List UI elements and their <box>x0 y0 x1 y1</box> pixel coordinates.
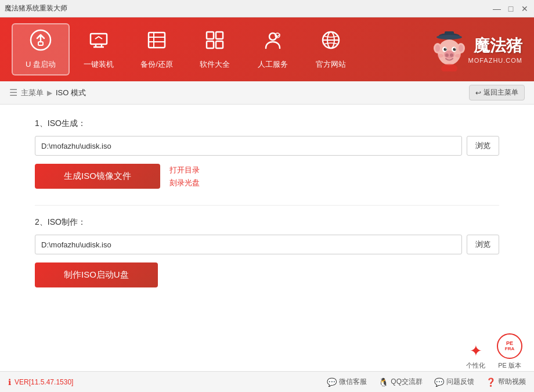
nav-item-backup[interactable]: 备份/还原 <box>128 23 186 75</box>
pe-version-label: PE 版本 <box>498 361 521 370</box>
close-button[interactable]: ✕ <box>520 4 529 13</box>
status-left: ℹ VER[11.5.47.1530] <box>8 377 73 387</box>
nav-item-one-click[interactable]: 一键装机 <box>70 23 128 75</box>
svg-rect-13 <box>216 41 223 48</box>
menu-icon: ☰ <box>9 87 17 98</box>
svg-point-30 <box>445 48 446 49</box>
svg-point-25 <box>435 45 440 52</box>
qq-icon: 🐧 <box>378 377 388 387</box>
svg-rect-12 <box>207 41 214 48</box>
logo-area: 魔法猪 MOFAZHU.COM <box>406 23 522 75</box>
section-iso-create: 2、ISO制作： 浏览 制作ISO启动U盘 <box>35 217 499 287</box>
section-iso-generate: 1、ISO生成： 浏览 生成ISO镜像文件 打开目录 刻录光盘 <box>35 118 499 189</box>
app-title: 魔法猪系统重装大师 <box>5 3 67 13</box>
open-directory-link[interactable]: 打开目录 <box>169 165 200 175</box>
help-video-button[interactable]: ❓ 帮助视频 <box>486 377 526 387</box>
qq-group-button[interactable]: 🐧 QQ交流群 <box>378 377 423 387</box>
mascot-image <box>431 28 468 71</box>
iso-generate-path-input[interactable] <box>35 136 462 156</box>
svg-point-22 <box>436 35 462 39</box>
section2-action-row: 制作ISO启动U盘 <box>35 262 499 287</box>
svg-rect-6 <box>149 33 165 48</box>
info-icon: ℹ <box>8 377 11 387</box>
wechat-icon: 💬 <box>327 377 337 387</box>
qq-label: QQ交流群 <box>391 377 423 387</box>
wechat-service-button[interactable]: 💬 微信客服 <box>327 377 367 387</box>
minimize-button[interactable]: — <box>492 4 501 13</box>
status-bar: ℹ VER[11.5.47.1530] 💬 微信客服 🐧 QQ交流群 💬 问题反… <box>0 371 534 392</box>
svg-point-27 <box>459 45 463 52</box>
header: U 盘启动 一键装机 <box>0 17 534 81</box>
nav-items: U 盘启动 一键装机 <box>12 23 406 75</box>
divider <box>35 205 499 206</box>
nav-label-one-click: 一键装机 <box>84 59 114 70</box>
status-right: 💬 微信客服 🐧 QQ交流群 💬 问题反馈 ❓ 帮助视频 <box>327 377 526 387</box>
svg-point-29 <box>443 48 446 51</box>
svg-rect-11 <box>216 32 223 39</box>
section1-links: 打开目录 刻录光盘 <box>169 165 200 188</box>
nav-label-usb-boot: U 盘启动 <box>26 59 56 70</box>
breadcrumb-bar: ☰ 主菜单 ▶ ISO 模式 ↩ 返回主菜单 <box>0 81 534 105</box>
feedback-button[interactable]: 💬 问题反馈 <box>434 377 474 387</box>
pe-version-button[interactable]: PE FRA PE 版本 <box>497 333 522 370</box>
nav-label-service: 人工服务 <box>258 59 288 70</box>
back-button[interactable]: ↩ 返回主菜单 <box>469 85 525 100</box>
help-label: 帮助视频 <box>498 377 526 387</box>
person-icon <box>262 29 284 56</box>
nav-item-software[interactable]: 软件大全 <box>186 23 244 75</box>
nav-label-backup: 备份/还原 <box>140 59 173 70</box>
logo-english-text: MOFAZHU.COM <box>468 57 523 64</box>
main-content: 1、ISO生成： 浏览 生成ISO镜像文件 打开目录 刻录光盘 2、ISO制作：… <box>0 105 534 372</box>
svg-point-35 <box>445 53 449 57</box>
breadcrumb-current: ISO 模式 <box>56 88 86 98</box>
section1-title: 1、ISO生成： <box>35 118 499 129</box>
svg-rect-10 <box>207 32 214 39</box>
personalize-button[interactable]: ✦ 个性化 <box>466 342 485 370</box>
nav-item-service[interactable]: 人工服务 <box>244 23 302 75</box>
iso-generate-browse-button[interactable]: 浏览 <box>467 136 499 156</box>
grid-icon <box>204 29 226 56</box>
nav-label-website: 官方网站 <box>316 59 346 70</box>
pe-badge: PE FRA <box>497 333 522 359</box>
svg-point-38 <box>455 54 461 57</box>
globe-icon <box>320 29 342 56</box>
monitor-icon <box>88 29 110 56</box>
section1-action-row: 生成ISO镜像文件 打开目录 刻录光盘 <box>35 164 499 189</box>
nav-label-software: 软件大全 <box>200 59 230 70</box>
maximize-button[interactable]: □ <box>506 4 515 13</box>
svg-point-37 <box>438 54 443 57</box>
section2-input-row: 浏览 <box>35 235 499 254</box>
svg-point-33 <box>454 48 456 49</box>
back-icon: ↩ <box>475 89 481 97</box>
section1-input-row: 浏览 <box>35 136 499 156</box>
iso-create-path-input[interactable] <box>35 235 462 254</box>
version-label: VER[11.5.47.1530] <box>15 378 73 386</box>
svg-point-39 <box>441 64 457 71</box>
personalize-label: 个性化 <box>466 361 485 370</box>
logo-text: 魔法猪 MOFAZHU.COM <box>468 35 523 64</box>
title-bar: 魔法猪系统重装大师 — □ ✕ <box>0 0 534 17</box>
generate-iso-button[interactable]: 生成ISO镜像文件 <box>35 164 160 189</box>
help-icon: ❓ <box>486 377 496 387</box>
create-iso-usb-button[interactable]: 制作ISO启动U盘 <box>35 262 158 287</box>
breadcrumb-home[interactable]: 主菜单 <box>21 88 44 98</box>
logo-chinese-text: 魔法猪 <box>474 35 522 57</box>
wechat-label: 微信客服 <box>339 377 367 387</box>
svg-point-36 <box>450 53 453 57</box>
breadcrumb-arrow: ▶ <box>47 89 52 97</box>
feedback-icon: 💬 <box>434 377 444 387</box>
bottom-right-actions: ✦ 个性化 PE FRA PE 版本 <box>466 333 522 370</box>
feedback-label: 问题反馈 <box>446 377 474 387</box>
svg-rect-2 <box>91 34 107 44</box>
usb-icon <box>30 29 52 56</box>
burn-disc-link[interactable]: 刻录光盘 <box>169 178 200 188</box>
nav-item-website[interactable]: 官方网站 <box>302 23 360 75</box>
iso-create-browse-button[interactable]: 浏览 <box>467 235 499 254</box>
svg-point-32 <box>453 48 456 51</box>
breadcrumb-left: ☰ 主菜单 ▶ ISO 模式 <box>9 87 86 98</box>
section2-title: 2、ISO制作： <box>35 217 499 228</box>
svg-rect-1 <box>38 42 43 45</box>
backup-icon <box>146 29 168 56</box>
nav-item-usb-boot[interactable]: U 盘启动 <box>12 23 70 75</box>
back-label: 返回主菜单 <box>484 88 518 98</box>
